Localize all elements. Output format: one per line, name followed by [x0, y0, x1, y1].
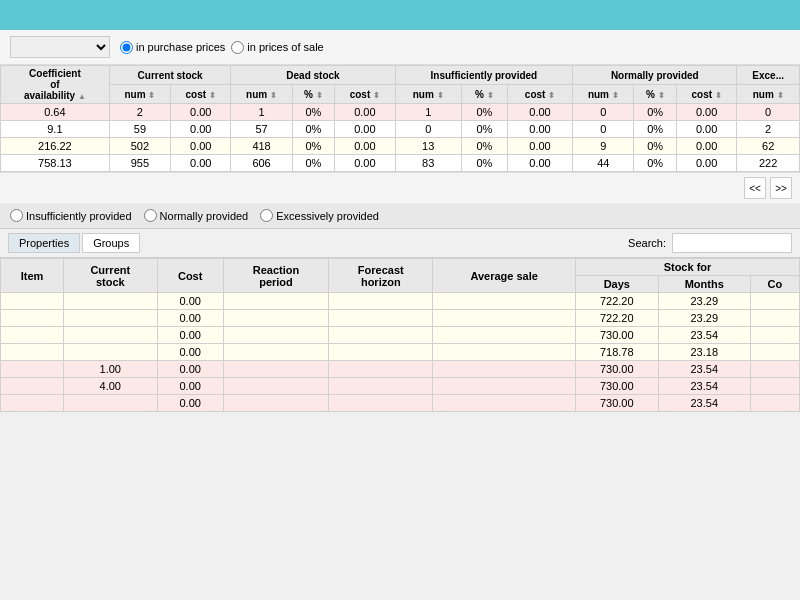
table-cell — [1, 378, 64, 395]
search-input[interactable] — [672, 233, 792, 253]
table-cell: 0.00 — [157, 310, 223, 327]
table-cell — [750, 310, 799, 327]
table-row: 4.000.00730.0023.54 — [1, 378, 800, 395]
table-cell — [1, 344, 64, 361]
table-cell: 2 — [109, 104, 170, 121]
table-cell: 0.00 — [335, 138, 395, 155]
months-header: Months — [658, 276, 750, 293]
table-row: 0.00730.0023.54 — [1, 327, 800, 344]
table-cell: 23.29 — [658, 293, 750, 310]
table-cell: 2 — [737, 121, 800, 138]
table-cell — [223, 293, 328, 310]
table-row: 0.00718.7823.18 — [1, 344, 800, 361]
filter-bar: Insufficiently provided Normally provide… — [0, 203, 800, 229]
table-cell — [223, 344, 328, 361]
avg-sale-header: Average sale — [433, 259, 576, 293]
table-cell — [329, 327, 433, 344]
table-cell: 23.54 — [658, 327, 750, 344]
np-cost-header: cost ⬍ — [676, 85, 736, 104]
table-cell: 0.00 — [335, 155, 395, 172]
table-cell: 59 — [109, 121, 170, 138]
table-cell — [1, 395, 64, 412]
tab-bar: Properties Groups Search: — [0, 229, 800, 258]
table-cell — [329, 310, 433, 327]
sale-prices-radio[interactable]: in prices of sale — [231, 41, 323, 54]
tab-groups[interactable]: Groups — [82, 233, 140, 253]
search-area: Search: — [628, 233, 792, 253]
lower-table-container: Item Currentstock Cost Reactionperiod Fo… — [0, 258, 800, 412]
table-row: 758.139550.006060%0.00830%0.00440%0.0022… — [1, 155, 800, 172]
days-header: Days — [575, 276, 658, 293]
insuf-filter[interactable]: Insufficiently provided — [10, 209, 132, 222]
table-cell — [223, 378, 328, 395]
table-cell: 722.20 — [575, 310, 658, 327]
cs-num-header: num ⬍ — [109, 85, 170, 104]
table-cell: 730.00 — [575, 327, 658, 344]
table-cell — [64, 293, 157, 310]
table-cell: 730.00 — [575, 378, 658, 395]
table-cell: 0.00 — [507, 155, 572, 172]
ex-num-header: num ⬍ — [737, 85, 800, 104]
current-stock-header: Current stock — [109, 66, 231, 85]
upper-table-body: 0.6420.0010%0.0010%0.0000%0.0009.1590.00… — [1, 104, 800, 172]
purchase-prices-radio[interactable]: in purchase prices — [120, 41, 225, 54]
table-cell: 0% — [634, 121, 676, 138]
ds-cost-header: cost ⬍ — [335, 85, 395, 104]
dead-stock-header: Dead stock — [231, 66, 395, 85]
table-cell: 0.00 — [676, 121, 736, 138]
table-cell — [1, 293, 64, 310]
excess-filter[interactable]: Excessively provided — [260, 209, 379, 222]
table-cell: 0.00 — [335, 104, 395, 121]
table-cell — [433, 327, 576, 344]
table-cell: 1.00 — [64, 361, 157, 378]
table-cell — [64, 327, 157, 344]
normal-filter[interactable]: Normally provided — [144, 209, 249, 222]
table-cell: 418 — [231, 138, 292, 155]
table-cell: 0% — [292, 104, 334, 121]
table-cell — [223, 361, 328, 378]
table-cell: 0.00 — [507, 104, 572, 121]
table-cell: 9 — [573, 138, 634, 155]
table-row: 0.00722.2023.29 — [1, 310, 800, 327]
table-cell — [750, 395, 799, 412]
table-cell: 9.1 — [1, 121, 110, 138]
table-cell: 0.00 — [171, 104, 231, 121]
table-cell — [64, 395, 157, 412]
table-cell: 57 — [231, 121, 292, 138]
lower-table-body: 0.00722.2023.290.00722.2023.290.00730.00… — [1, 293, 800, 412]
cost-col-header: Cost — [157, 259, 223, 293]
table-cell: 0.64 — [1, 104, 110, 121]
table-cell: 0.00 — [157, 327, 223, 344]
ds-num-header: num ⬍ — [231, 85, 292, 104]
table-cell: 0.00 — [507, 138, 572, 155]
tab-properties[interactable]: Properties — [8, 233, 80, 253]
upper-table-container: Coefficientofavailability ▲ Current stoc… — [0, 65, 800, 173]
table-cell: 13 — [395, 138, 461, 155]
table-cell — [1, 310, 64, 327]
table-cell: 0% — [461, 138, 507, 155]
table-cell — [329, 395, 433, 412]
table-cell: 0.00 — [676, 155, 736, 172]
ip-num-header: num ⬍ — [395, 85, 461, 104]
table-cell: 502 — [109, 138, 170, 155]
table-cell — [329, 361, 433, 378]
ip-cost-header: cost ⬍ — [507, 85, 572, 104]
table-cell — [64, 344, 157, 361]
excess-header: Exce... — [737, 66, 800, 85]
table-cell: 718.78 — [575, 344, 658, 361]
coeff-header: Coefficientofavailability ▲ — [1, 66, 110, 104]
table-cell — [750, 344, 799, 361]
insuf-provided-header: Insufficiently provided — [395, 66, 573, 85]
table-cell: 0 — [573, 121, 634, 138]
pagination: << >> — [0, 173, 800, 203]
table-cell: 0% — [461, 121, 507, 138]
ip-pct-header: % ⬍ — [461, 85, 507, 104]
table-row: 0.00730.0023.54 — [1, 395, 800, 412]
next-button[interactable]: >> — [770, 177, 792, 199]
filter-select[interactable] — [10, 36, 110, 58]
table-cell: 23.54 — [658, 395, 750, 412]
table-cell: 0% — [292, 155, 334, 172]
table-cell: 1 — [395, 104, 461, 121]
table-cell: 4.00 — [64, 378, 157, 395]
prev-button[interactable]: << — [744, 177, 766, 199]
